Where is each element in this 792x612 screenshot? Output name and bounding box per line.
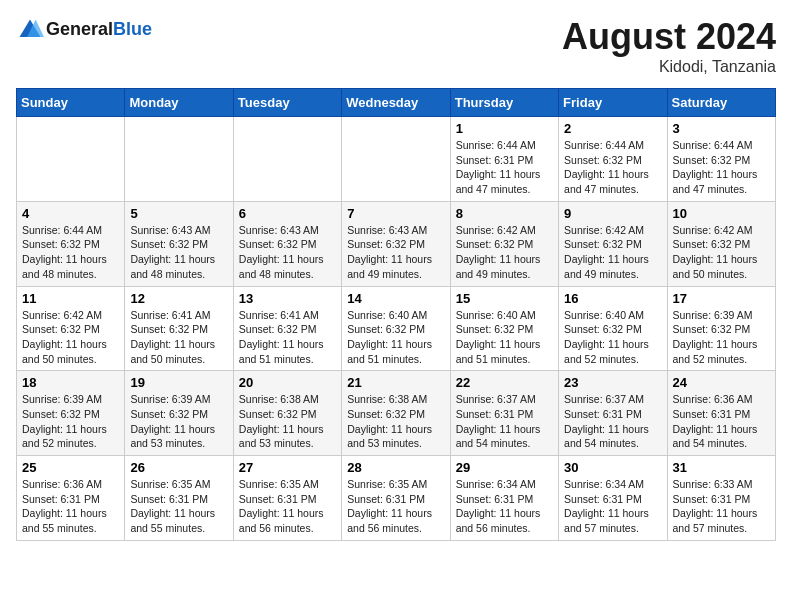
day-info: Sunrise: 6:35 AM Sunset: 6:31 PM Dayligh… — [130, 477, 227, 536]
calendar-cell: 7Sunrise: 6:43 AM Sunset: 6:32 PM Daylig… — [342, 201, 450, 286]
day-info: Sunrise: 6:39 AM Sunset: 6:32 PM Dayligh… — [673, 308, 770, 367]
day-info: Sunrise: 6:42 AM Sunset: 6:32 PM Dayligh… — [456, 223, 553, 282]
day-number: 26 — [130, 460, 227, 475]
day-number: 21 — [347, 375, 444, 390]
day-info: Sunrise: 6:42 AM Sunset: 6:32 PM Dayligh… — [564, 223, 661, 282]
calendar-cell: 26Sunrise: 6:35 AM Sunset: 6:31 PM Dayli… — [125, 456, 233, 541]
day-info: Sunrise: 6:39 AM Sunset: 6:32 PM Dayligh… — [22, 392, 119, 451]
day-number: 9 — [564, 206, 661, 221]
day-number: 16 — [564, 291, 661, 306]
day-number: 13 — [239, 291, 336, 306]
calendar-cell: 29Sunrise: 6:34 AM Sunset: 6:31 PM Dayli… — [450, 456, 558, 541]
calendar-week-row: 18Sunrise: 6:39 AM Sunset: 6:32 PM Dayli… — [17, 371, 776, 456]
calendar-cell: 2Sunrise: 6:44 AM Sunset: 6:32 PM Daylig… — [559, 117, 667, 202]
calendar-cell: 30Sunrise: 6:34 AM Sunset: 6:31 PM Dayli… — [559, 456, 667, 541]
day-number: 11 — [22, 291, 119, 306]
day-number: 30 — [564, 460, 661, 475]
day-number: 8 — [456, 206, 553, 221]
day-number: 25 — [22, 460, 119, 475]
day-info: Sunrise: 6:44 AM Sunset: 6:32 PM Dayligh… — [673, 138, 770, 197]
col-header-sunday: Sunday — [17, 89, 125, 117]
day-number: 2 — [564, 121, 661, 136]
calendar-cell: 27Sunrise: 6:35 AM Sunset: 6:31 PM Dayli… — [233, 456, 341, 541]
day-info: Sunrise: 6:40 AM Sunset: 6:32 PM Dayligh… — [456, 308, 553, 367]
col-header-wednesday: Wednesday — [342, 89, 450, 117]
day-number: 14 — [347, 291, 444, 306]
day-number: 5 — [130, 206, 227, 221]
calendar-cell — [342, 117, 450, 202]
day-info: Sunrise: 6:41 AM Sunset: 6:32 PM Dayligh… — [239, 308, 336, 367]
calendar-cell: 28Sunrise: 6:35 AM Sunset: 6:31 PM Dayli… — [342, 456, 450, 541]
calendar-cell: 10Sunrise: 6:42 AM Sunset: 6:32 PM Dayli… — [667, 201, 775, 286]
day-info: Sunrise: 6:40 AM Sunset: 6:32 PM Dayligh… — [564, 308, 661, 367]
calendar-cell: 22Sunrise: 6:37 AM Sunset: 6:31 PM Dayli… — [450, 371, 558, 456]
day-number: 19 — [130, 375, 227, 390]
day-info: Sunrise: 6:42 AM Sunset: 6:32 PM Dayligh… — [22, 308, 119, 367]
logo: GeneralBlue — [16, 16, 152, 44]
day-number: 7 — [347, 206, 444, 221]
calendar-week-row: 11Sunrise: 6:42 AM Sunset: 6:32 PM Dayli… — [17, 286, 776, 371]
day-info: Sunrise: 6:41 AM Sunset: 6:32 PM Dayligh… — [130, 308, 227, 367]
day-number: 1 — [456, 121, 553, 136]
calendar-cell: 25Sunrise: 6:36 AM Sunset: 6:31 PM Dayli… — [17, 456, 125, 541]
day-number: 6 — [239, 206, 336, 221]
day-number: 17 — [673, 291, 770, 306]
calendar-cell: 11Sunrise: 6:42 AM Sunset: 6:32 PM Dayli… — [17, 286, 125, 371]
day-number: 3 — [673, 121, 770, 136]
day-info: Sunrise: 6:44 AM Sunset: 6:31 PM Dayligh… — [456, 138, 553, 197]
logo-general: General — [46, 19, 113, 39]
calendar-cell: 31Sunrise: 6:33 AM Sunset: 6:31 PM Dayli… — [667, 456, 775, 541]
calendar-cell: 18Sunrise: 6:39 AM Sunset: 6:32 PM Dayli… — [17, 371, 125, 456]
day-number: 18 — [22, 375, 119, 390]
logo-blue: Blue — [113, 19, 152, 39]
logo-icon — [16, 16, 44, 44]
day-info: Sunrise: 6:37 AM Sunset: 6:31 PM Dayligh… — [456, 392, 553, 451]
day-number: 20 — [239, 375, 336, 390]
day-number: 31 — [673, 460, 770, 475]
day-info: Sunrise: 6:43 AM Sunset: 6:32 PM Dayligh… — [130, 223, 227, 282]
calendar-week-row: 4Sunrise: 6:44 AM Sunset: 6:32 PM Daylig… — [17, 201, 776, 286]
calendar-cell: 17Sunrise: 6:39 AM Sunset: 6:32 PM Dayli… — [667, 286, 775, 371]
calendar-cell: 4Sunrise: 6:44 AM Sunset: 6:32 PM Daylig… — [17, 201, 125, 286]
day-info: Sunrise: 6:34 AM Sunset: 6:31 PM Dayligh… — [456, 477, 553, 536]
day-info: Sunrise: 6:34 AM Sunset: 6:31 PM Dayligh… — [564, 477, 661, 536]
col-header-tuesday: Tuesday — [233, 89, 341, 117]
day-number: 29 — [456, 460, 553, 475]
day-info: Sunrise: 6:35 AM Sunset: 6:31 PM Dayligh… — [239, 477, 336, 536]
calendar-cell: 15Sunrise: 6:40 AM Sunset: 6:32 PM Dayli… — [450, 286, 558, 371]
calendar-cell: 6Sunrise: 6:43 AM Sunset: 6:32 PM Daylig… — [233, 201, 341, 286]
day-info: Sunrise: 6:43 AM Sunset: 6:32 PM Dayligh… — [239, 223, 336, 282]
title-block: August 2024 Kidodi, Tanzania — [562, 16, 776, 76]
day-info: Sunrise: 6:38 AM Sunset: 6:32 PM Dayligh… — [239, 392, 336, 451]
calendar-cell: 16Sunrise: 6:40 AM Sunset: 6:32 PM Dayli… — [559, 286, 667, 371]
col-header-saturday: Saturday — [667, 89, 775, 117]
day-number: 27 — [239, 460, 336, 475]
day-number: 24 — [673, 375, 770, 390]
calendar-cell: 23Sunrise: 6:37 AM Sunset: 6:31 PM Dayli… — [559, 371, 667, 456]
calendar-cell: 21Sunrise: 6:38 AM Sunset: 6:32 PM Dayli… — [342, 371, 450, 456]
day-info: Sunrise: 6:44 AM Sunset: 6:32 PM Dayligh… — [22, 223, 119, 282]
calendar-header-row: SundayMondayTuesdayWednesdayThursdayFrid… — [17, 89, 776, 117]
day-info: Sunrise: 6:40 AM Sunset: 6:32 PM Dayligh… — [347, 308, 444, 367]
calendar-cell: 14Sunrise: 6:40 AM Sunset: 6:32 PM Dayli… — [342, 286, 450, 371]
col-header-thursday: Thursday — [450, 89, 558, 117]
calendar-cell: 5Sunrise: 6:43 AM Sunset: 6:32 PM Daylig… — [125, 201, 233, 286]
calendar-cell — [125, 117, 233, 202]
day-info: Sunrise: 6:33 AM Sunset: 6:31 PM Dayligh… — [673, 477, 770, 536]
calendar-table: SundayMondayTuesdayWednesdayThursdayFrid… — [16, 88, 776, 541]
calendar-cell: 8Sunrise: 6:42 AM Sunset: 6:32 PM Daylig… — [450, 201, 558, 286]
day-number: 10 — [673, 206, 770, 221]
day-number: 28 — [347, 460, 444, 475]
calendar-cell: 3Sunrise: 6:44 AM Sunset: 6:32 PM Daylig… — [667, 117, 775, 202]
col-header-friday: Friday — [559, 89, 667, 117]
day-info: Sunrise: 6:37 AM Sunset: 6:31 PM Dayligh… — [564, 392, 661, 451]
calendar-cell: 20Sunrise: 6:38 AM Sunset: 6:32 PM Dayli… — [233, 371, 341, 456]
calendar-cell: 12Sunrise: 6:41 AM Sunset: 6:32 PM Dayli… — [125, 286, 233, 371]
calendar-cell — [17, 117, 125, 202]
day-info: Sunrise: 6:44 AM Sunset: 6:32 PM Dayligh… — [564, 138, 661, 197]
day-number: 22 — [456, 375, 553, 390]
calendar-cell: 24Sunrise: 6:36 AM Sunset: 6:31 PM Dayli… — [667, 371, 775, 456]
day-info: Sunrise: 6:36 AM Sunset: 6:31 PM Dayligh… — [22, 477, 119, 536]
calendar-week-row: 25Sunrise: 6:36 AM Sunset: 6:31 PM Dayli… — [17, 456, 776, 541]
col-header-monday: Monday — [125, 89, 233, 117]
